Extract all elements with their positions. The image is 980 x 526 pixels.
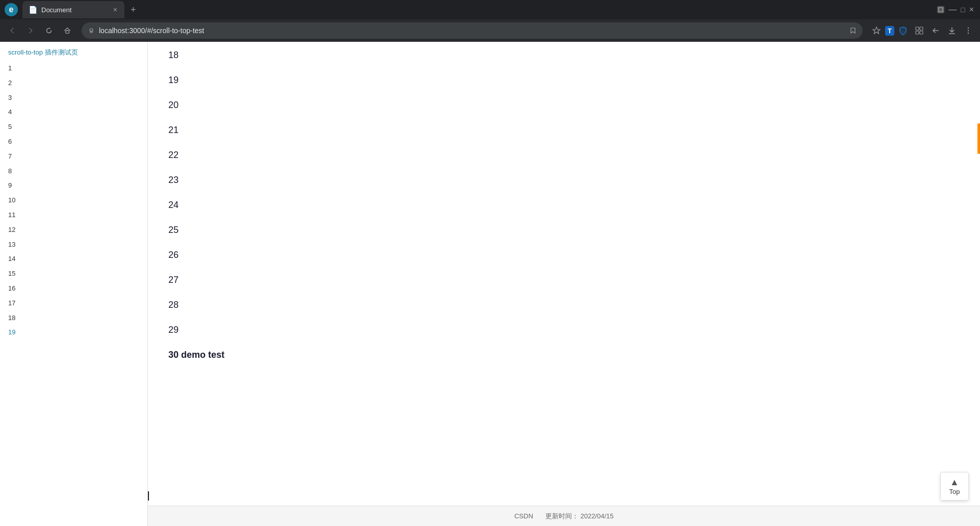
line-number-1: 1 <box>0 61 147 76</box>
window-controls: — □ × <box>937 5 976 14</box>
new-tab-button[interactable]: + <box>127 3 140 17</box>
shield-extension-button[interactable] <box>895 24 911 37</box>
tab-close-button[interactable]: × <box>112 5 118 15</box>
svg-rect-7 <box>920 27 923 30</box>
content-item-30: 30 demo test <box>168 343 960 367</box>
restore-icon[interactable] <box>937 6 944 13</box>
content-item-29: 29 <box>168 318 960 343</box>
address-text: localhost:3000/#/scroll-to-top-test <box>99 27 845 35</box>
maximize-button[interactable]: □ <box>961 6 965 14</box>
footer-update: 更新时间： 2022/04/15 <box>545 512 614 521</box>
close-window-button[interactable]: × <box>969 5 976 14</box>
browser-chrome: e 📄 Document × + — □ × <box>0 0 980 42</box>
line-number-2: 2 <box>0 76 147 91</box>
download-button[interactable] <box>944 24 960 37</box>
right-edge-indicator <box>977 123 980 154</box>
extension-t-button[interactable]: T <box>885 26 894 36</box>
menu-button[interactable] <box>961 24 976 37</box>
extensions-button[interactable] <box>912 24 927 37</box>
tab-favicon-icon: 📄 <box>29 6 37 14</box>
line-number-9: 9 <box>0 178 147 193</box>
cursor-indicator <box>148 491 149 501</box>
line-number-8: 8 <box>0 164 147 179</box>
svg-rect-9 <box>920 31 923 34</box>
line-numbers-list: 1 2 3 4 5 6 7 8 9 10 11 12 13 14 15 16 1… <box>0 61 147 340</box>
svg-rect-2 <box>939 8 943 12</box>
content-item-26: 26 <box>168 243 960 268</box>
bookmark-star-button[interactable] <box>869 24 884 37</box>
browser-tab-active[interactable]: 📄 Document × <box>22 1 124 18</box>
content-item-24: 24 <box>168 193 960 218</box>
svg-rect-6 <box>916 27 919 30</box>
main-content: 18 19 20 21 22 23 24 25 26 27 28 29 30 d… <box>148 42 980 526</box>
nav-bar: localhost:3000/#/scroll-to-top-test T <box>0 19 980 42</box>
minimize-button[interactable]: — <box>948 5 957 14</box>
line-number-4: 4 <box>0 105 147 120</box>
line-number-10: 10 <box>0 193 147 208</box>
line-number-13: 13 <box>0 238 147 252</box>
page-footer: CSDN 更新时间： 2022/04/15 <box>148 506 980 526</box>
forward-button[interactable] <box>22 22 39 39</box>
content-item-22: 22 <box>168 143 960 168</box>
footer-source: CSDN <box>514 512 533 520</box>
line-number-3: 3 <box>0 91 147 106</box>
line-number-7: 7 <box>0 149 147 164</box>
tab-bar: e 📄 Document × + — □ × <box>0 0 980 19</box>
svg-text:e: e <box>9 5 14 14</box>
secure-icon <box>88 27 95 34</box>
content-item-25: 25 <box>168 218 960 243</box>
address-bar[interactable]: localhost:3000/#/scroll-to-top-test <box>82 22 863 39</box>
reload-button[interactable] <box>41 22 57 39</box>
content-item-28: 28 <box>168 293 960 318</box>
back-button[interactable] <box>4 22 20 39</box>
svg-point-12 <box>968 30 969 31</box>
browser-logo: e <box>4 3 18 17</box>
home-button[interactable] <box>59 22 76 39</box>
svg-rect-8 <box>916 31 919 34</box>
scroll-to-top-label: Top <box>949 488 960 495</box>
line-number-12: 12 <box>0 223 147 238</box>
content-list: 18 19 20 21 22 23 24 25 26 27 28 29 30 d… <box>168 42 960 376</box>
content-item-19: 19 <box>168 68 960 93</box>
page-container: scroll-to-top 插件测试页 1 2 3 4 5 6 7 8 9 10… <box>0 42 980 526</box>
scroll-to-top-arrow-icon: ▲ <box>950 478 959 487</box>
line-number-18: 18 <box>0 311 147 326</box>
content-item-20: 20 <box>168 93 960 118</box>
line-number-6: 6 <box>0 135 147 149</box>
history-back-button[interactable] <box>928 24 943 37</box>
content-item-18: 18 <box>168 50 960 68</box>
content-item-23: 23 <box>168 168 960 193</box>
content-item-27: 27 <box>168 268 960 293</box>
line-number-15: 15 <box>0 267 147 281</box>
sidebar-header: scroll-to-top 插件测试页 <box>0 46 147 61</box>
tab-title: Document <box>41 6 108 14</box>
line-number-19: 19 <box>0 325 147 340</box>
scroll-to-top-button[interactable]: ▲ Top <box>940 472 969 501</box>
svg-point-11 <box>968 28 969 29</box>
content-item-21: 21 <box>168 118 960 143</box>
line-number-14: 14 <box>0 252 147 267</box>
line-number-5: 5 <box>0 120 147 135</box>
left-panel: scroll-to-top 插件测试页 1 2 3 4 5 6 7 8 9 10… <box>0 42 148 526</box>
svg-rect-3 <box>66 31 69 33</box>
line-number-11: 11 <box>0 208 147 223</box>
line-number-16: 16 <box>0 281 147 296</box>
svg-point-13 <box>968 33 969 34</box>
line-number-17: 17 <box>0 296 147 311</box>
nav-actions: T <box>869 24 976 37</box>
bookmark-icon[interactable] <box>849 27 857 34</box>
